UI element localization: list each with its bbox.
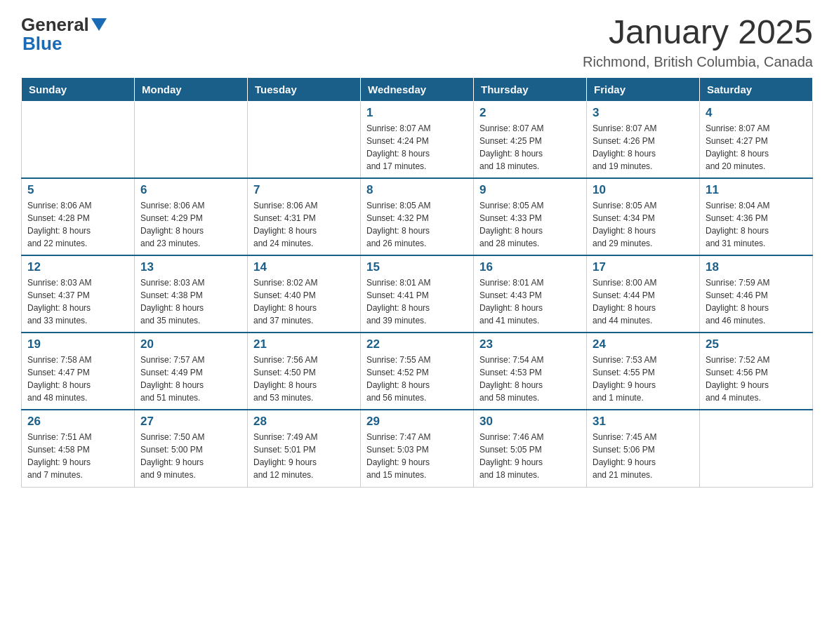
header-friday: Friday	[587, 77, 700, 101]
table-row: 29Sunrise: 7:47 AM Sunset: 5:03 PM Dayli…	[361, 410, 474, 487]
day-info: Sunrise: 7:55 AM Sunset: 4:52 PM Dayligh…	[366, 354, 468, 404]
day-info: Sunrise: 8:00 AM Sunset: 4:44 PM Dayligh…	[593, 276, 694, 327]
day-number: 20	[140, 337, 241, 351]
table-row: 14Sunrise: 8:02 AM Sunset: 4:40 PM Dayli…	[248, 255, 361, 333]
logo: General Blue	[21, 14, 107, 55]
day-info: Sunrise: 8:07 AM Sunset: 4:27 PM Dayligh…	[706, 122, 807, 173]
day-number: 6	[140, 183, 241, 197]
day-info: Sunrise: 8:07 AM Sunset: 4:24 PM Dayligh…	[366, 122, 468, 173]
day-info: Sunrise: 8:07 AM Sunset: 4:25 PM Dayligh…	[479, 122, 581, 173]
day-info: Sunrise: 7:50 AM Sunset: 5:00 PM Dayligh…	[140, 431, 241, 481]
day-info: Sunrise: 7:58 AM Sunset: 4:47 PM Dayligh…	[27, 354, 128, 404]
calendar-subtitle: Richmond, British Columbia, Canada	[583, 54, 813, 70]
logo-triangle-icon	[91, 18, 107, 34]
logo-blue-text: Blue	[22, 33, 62, 54]
calendar-table: Sunday Monday Tuesday Wednesday Thursday…	[21, 77, 813, 488]
svg-marker-0	[91, 18, 107, 31]
day-info: Sunrise: 7:49 AM Sunset: 5:01 PM Dayligh…	[253, 431, 355, 481]
day-number: 26	[27, 415, 128, 429]
calendar-header-row: Sunday Monday Tuesday Wednesday Thursday…	[22, 77, 813, 101]
day-number: 5	[27, 183, 128, 197]
header-sunday: Sunday	[22, 77, 135, 101]
header-monday: Monday	[135, 77, 248, 101]
day-number: 17	[593, 260, 694, 274]
day-number: 27	[140, 415, 241, 429]
table-row: 8Sunrise: 8:05 AM Sunset: 4:32 PM Daylig…	[361, 178, 474, 255]
day-info: Sunrise: 8:05 AM Sunset: 4:32 PM Dayligh…	[366, 199, 468, 250]
table-row: 27Sunrise: 7:50 AM Sunset: 5:00 PM Dayli…	[135, 410, 248, 487]
table-row: 28Sunrise: 7:49 AM Sunset: 5:01 PM Dayli…	[248, 410, 361, 487]
calendar-title: January 2025	[583, 14, 813, 51]
table-row: 3Sunrise: 8:07 AM Sunset: 4:26 PM Daylig…	[587, 101, 700, 178]
day-number: 28	[253, 415, 355, 429]
table-row: 26Sunrise: 7:51 AM Sunset: 4:58 PM Dayli…	[22, 410, 135, 487]
calendar-week-row: 5Sunrise: 8:06 AM Sunset: 4:28 PM Daylig…	[22, 178, 813, 255]
day-number: 24	[593, 337, 694, 351]
day-info: Sunrise: 7:52 AM Sunset: 4:56 PM Dayligh…	[706, 354, 807, 404]
day-info: Sunrise: 7:57 AM Sunset: 4:49 PM Dayligh…	[140, 354, 241, 404]
table-row: 9Sunrise: 8:05 AM Sunset: 4:33 PM Daylig…	[474, 178, 587, 255]
day-info: Sunrise: 7:45 AM Sunset: 5:06 PM Dayligh…	[593, 431, 694, 481]
table-row: 13Sunrise: 8:03 AM Sunset: 4:38 PM Dayli…	[135, 255, 248, 333]
table-row: 10Sunrise: 8:05 AM Sunset: 4:34 PM Dayli…	[587, 178, 700, 255]
day-number: 21	[253, 337, 355, 351]
day-number: 18	[706, 260, 807, 274]
table-row: 17Sunrise: 8:00 AM Sunset: 4:44 PM Dayli…	[587, 255, 700, 333]
day-number: 25	[706, 337, 807, 351]
day-info: Sunrise: 7:51 AM Sunset: 4:58 PM Dayligh…	[27, 431, 128, 481]
day-info: Sunrise: 8:04 AM Sunset: 4:36 PM Dayligh…	[706, 199, 807, 250]
table-row: 22Sunrise: 7:55 AM Sunset: 4:52 PM Dayli…	[361, 333, 474, 410]
day-number: 15	[366, 260, 468, 274]
day-number: 3	[593, 106, 694, 120]
table-row: 25Sunrise: 7:52 AM Sunset: 4:56 PM Dayli…	[700, 333, 813, 410]
day-number: 11	[706, 183, 807, 197]
day-info: Sunrise: 8:03 AM Sunset: 4:38 PM Dayligh…	[140, 276, 241, 327]
title-area: January 2025 Richmond, British Columbia,…	[583, 14, 813, 70]
table-row: 1Sunrise: 8:07 AM Sunset: 4:24 PM Daylig…	[361, 101, 474, 178]
day-info: Sunrise: 8:02 AM Sunset: 4:40 PM Dayligh…	[253, 276, 355, 327]
table-row: 31Sunrise: 7:45 AM Sunset: 5:06 PM Dayli…	[587, 410, 700, 487]
table-row: 23Sunrise: 7:54 AM Sunset: 4:53 PM Dayli…	[474, 333, 587, 410]
table-row	[700, 410, 813, 487]
calendar-week-row: 12Sunrise: 8:03 AM Sunset: 4:37 PM Dayli…	[22, 255, 813, 333]
day-info: Sunrise: 7:54 AM Sunset: 4:53 PM Dayligh…	[479, 354, 581, 404]
header-thursday: Thursday	[474, 77, 587, 101]
day-number: 7	[253, 183, 355, 197]
day-number: 2	[479, 106, 581, 120]
day-number: 9	[479, 183, 581, 197]
day-info: Sunrise: 7:53 AM Sunset: 4:55 PM Dayligh…	[593, 354, 694, 404]
day-info: Sunrise: 7:59 AM Sunset: 4:46 PM Dayligh…	[706, 276, 807, 327]
table-row: 12Sunrise: 8:03 AM Sunset: 4:37 PM Dayli…	[22, 255, 135, 333]
header-tuesday: Tuesday	[248, 77, 361, 101]
calendar-week-row: 19Sunrise: 7:58 AM Sunset: 4:47 PM Dayli…	[22, 333, 813, 410]
calendar-week-row: 26Sunrise: 7:51 AM Sunset: 4:58 PM Dayli…	[22, 410, 813, 487]
table-row: 20Sunrise: 7:57 AM Sunset: 4:49 PM Dayli…	[135, 333, 248, 410]
day-number: 22	[366, 337, 468, 351]
table-row: 18Sunrise: 7:59 AM Sunset: 4:46 PM Dayli…	[700, 255, 813, 333]
header-wednesday: Wednesday	[361, 77, 474, 101]
day-info: Sunrise: 8:06 AM Sunset: 4:31 PM Dayligh…	[253, 199, 355, 250]
day-number: 1	[366, 106, 468, 120]
table-row	[248, 101, 361, 178]
day-info: Sunrise: 8:01 AM Sunset: 4:43 PM Dayligh…	[479, 276, 581, 327]
table-row: 19Sunrise: 7:58 AM Sunset: 4:47 PM Dayli…	[22, 333, 135, 410]
table-row: 15Sunrise: 8:01 AM Sunset: 4:41 PM Dayli…	[361, 255, 474, 333]
day-number: 30	[479, 415, 581, 429]
table-row: 21Sunrise: 7:56 AM Sunset: 4:50 PM Dayli…	[248, 333, 361, 410]
calendar-week-row: 1Sunrise: 8:07 AM Sunset: 4:24 PM Daylig…	[22, 101, 813, 178]
header: General Blue January 2025 Richmond, Brit…	[21, 14, 813, 70]
day-info: Sunrise: 7:56 AM Sunset: 4:50 PM Dayligh…	[253, 354, 355, 404]
table-row: 4Sunrise: 8:07 AM Sunset: 4:27 PM Daylig…	[700, 101, 813, 178]
day-number: 16	[479, 260, 581, 274]
header-saturday: Saturday	[700, 77, 813, 101]
table-row: 2Sunrise: 8:07 AM Sunset: 4:25 PM Daylig…	[474, 101, 587, 178]
day-number: 29	[366, 415, 468, 429]
table-row: 6Sunrise: 8:06 AM Sunset: 4:29 PM Daylig…	[135, 178, 248, 255]
day-number: 4	[706, 106, 807, 120]
day-number: 12	[27, 260, 128, 274]
day-info: Sunrise: 8:06 AM Sunset: 4:29 PM Dayligh…	[140, 199, 241, 250]
day-info: Sunrise: 7:47 AM Sunset: 5:03 PM Dayligh…	[366, 431, 468, 481]
day-number: 13	[140, 260, 241, 274]
day-number: 10	[593, 183, 694, 197]
day-info: Sunrise: 8:05 AM Sunset: 4:34 PM Dayligh…	[593, 199, 694, 250]
